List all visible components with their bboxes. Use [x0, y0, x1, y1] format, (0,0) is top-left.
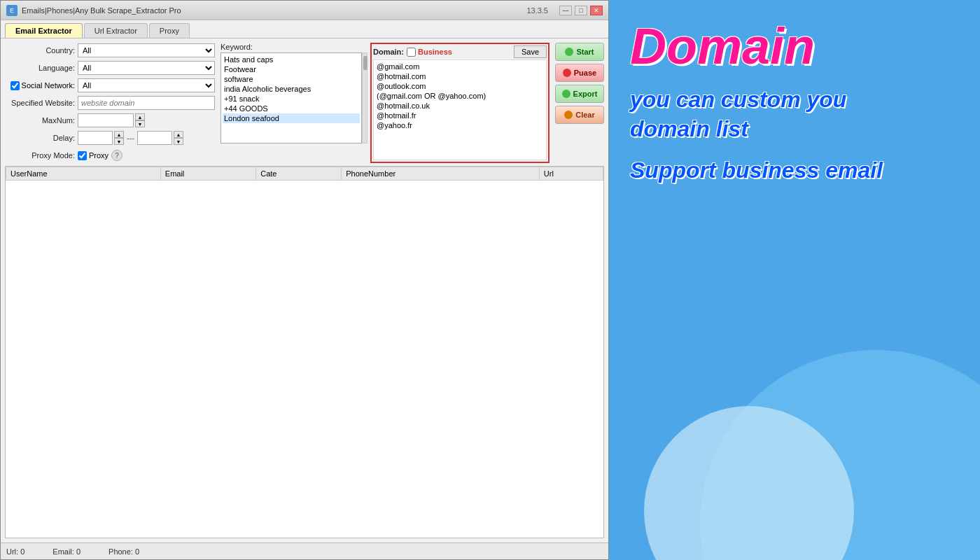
url-label: Url: [6, 547, 18, 556]
col-email: Email [160, 167, 255, 181]
left-form: Country: All Language: All Social Networ… [5, 43, 215, 163]
domain-list[interactable]: @gmail.com@hotmail.com@outlook.com(@gmai… [373, 59, 547, 160]
data-table-container[interactable]: UserName Email Cate PhoneNumber Url [5, 166, 604, 538]
export-icon [562, 90, 570, 98]
proxy-checkbox-label[interactable]: Proxy [78, 151, 108, 160]
social-network-select[interactable]: All [78, 78, 215, 92]
maximize-button[interactable]: □ [575, 6, 587, 15]
maxnum-spinner: 50000 ▲ ▼ [78, 113, 145, 127]
maxnum-input[interactable]: 50000 [78, 113, 134, 127]
right-section: Keyword: Hats and capsFootwearsoftwarein… [220, 43, 604, 163]
delay-to-input[interactable]: 20 [137, 131, 172, 145]
promo-support: Support business email [630, 158, 883, 183]
domain-header: Domain: Business Save [373, 46, 547, 58]
status-bar: Url: 0 Email: 0 Phone: 0 [1, 542, 608, 559]
delay-from-input[interactable]: 10 [78, 131, 113, 145]
domain-panel: Domain: Business Save @gmail.com@hotmail… [370, 43, 550, 163]
pause-icon [563, 69, 571, 77]
domain-item[interactable]: @gmail.com [375, 62, 545, 71]
domain-item[interactable]: @hotmail.com [375, 71, 545, 81]
tab-url-extractor[interactable]: Url Extractor [84, 23, 148, 38]
delay-label: Delay: [5, 134, 75, 142]
delay-from-down[interactable]: ▼ [114, 138, 124, 145]
title-bar-controls: 13.3.5 — □ ✕ [526, 6, 603, 15]
url-value: 0 [20, 547, 24, 556]
export-button[interactable]: Export [555, 85, 604, 103]
delay-to-up[interactable]: ▲ [174, 131, 183, 138]
proxy-checkbox[interactable] [78, 151, 87, 160]
title-bar: E Emails|Phones|Any Bulk Scrape_Extracto… [1, 1, 608, 20]
keyword-item[interactable]: London seafood [223, 113, 360, 123]
business-checkbox-label[interactable]: Business [407, 48, 511, 57]
delay-dash: --- [127, 134, 134, 142]
delay-from-buttons: ▲ ▼ [114, 131, 124, 145]
country-label: Country: [5, 46, 75, 55]
promo-title: Domain [630, 21, 815, 71]
domain-item[interactable]: (@gmail.com OR @yahoo.com) [375, 91, 545, 101]
window-title: Emails|Phones|Any Bulk Scrape_Extractor … [22, 6, 181, 15]
maxnum-down-button[interactable]: ▼ [135, 120, 145, 127]
phone-status: Phone: 0 [108, 547, 139, 556]
domain-item[interactable]: @outlook.com [375, 81, 545, 91]
version-label: 13.3.5 [526, 6, 548, 15]
phone-label: Phone: [108, 547, 133, 556]
app-window: E Emails|Phones|Any Bulk Scrape_Extracto… [0, 0, 609, 560]
specified-website-input[interactable] [78, 96, 215, 110]
country-row: Country: All [5, 43, 215, 58]
social-network-checkbox-label[interactable]: Social Network: [5, 81, 75, 90]
keyword-scrollbar[interactable] [362, 52, 368, 144]
keyword-label: Keyword: [220, 43, 368, 51]
start-button[interactable]: Start [555, 43, 604, 61]
delay-from-spinner: 10 ▲ ▼ [78, 131, 124, 145]
proxy-help-button[interactable]: ? [111, 150, 122, 161]
keyword-item[interactable]: Hats and caps [223, 55, 360, 64]
keyword-list-container: Hats and capsFootwearsoftwareindia Alcoh… [220, 52, 368, 144]
tab-email-extractor[interactable]: Email Extractor [5, 23, 83, 38]
keyword-item[interactable]: +44 GOODS [223, 104, 360, 113]
maxnum-spinner-buttons: ▲ ▼ [135, 113, 145, 127]
proxy-controls: Proxy ? [78, 150, 122, 161]
maxnum-up-button[interactable]: ▲ [135, 113, 145, 120]
tab-proxy[interactable]: Proxy [149, 23, 190, 38]
keyword-item[interactable]: +91 snack [223, 94, 360, 104]
specified-website-row: Specified Website: [5, 95, 215, 111]
start-icon [565, 48, 573, 56]
minimize-button[interactable]: — [559, 6, 572, 15]
clear-button[interactable]: Clear [555, 106, 604, 124]
main-content: Country: All Language: All Social Networ… [1, 38, 608, 542]
col-url: Url [539, 167, 603, 181]
keyword-item[interactable]: india Alcoholic beverages [223, 84, 360, 94]
app-icon: E [6, 5, 18, 16]
delay-to-spinner: 20 ▲ ▼ [137, 131, 183, 145]
maxnum-row: MaxNum: 50000 ▲ ▼ [5, 113, 215, 128]
pause-button[interactable]: Puase [555, 64, 604, 82]
promo-panel: Domain you can custom youdomain list Sup… [609, 0, 980, 560]
domain-item[interactable]: @hotmail.fr [375, 111, 545, 120]
social-network-checkbox[interactable] [10, 81, 20, 90]
social-network-row: Social Network: All [5, 78, 215, 93]
delay-to-down[interactable]: ▼ [174, 138, 183, 145]
keyword-scroll-thumb [363, 56, 368, 70]
email-value: 0 [76, 547, 80, 556]
col-username: UserName [6, 167, 161, 181]
domain-item[interactable]: @hotmail.co.uk [375, 101, 545, 111]
keyword-list[interactable]: Hats and capsFootwearsoftwareindia Alcoh… [220, 52, 362, 144]
domain-save-button[interactable]: Save [514, 46, 547, 58]
language-select[interactable]: All [78, 61, 215, 75]
business-checkbox[interactable] [407, 48, 416, 57]
domain-item[interactable]: @yahoo.fr [375, 120, 545, 130]
delay-from-up[interactable]: ▲ [114, 131, 124, 138]
close-button[interactable]: ✕ [590, 6, 603, 15]
country-select[interactable]: All [78, 43, 215, 57]
email-status: Email: 0 [52, 547, 80, 556]
form-section: Country: All Language: All Social Networ… [5, 43, 604, 163]
keyword-item[interactable]: software [223, 74, 360, 84]
pause-label: Puase [574, 69, 596, 77]
col-phonenumber: PhoneNumber [342, 167, 540, 181]
table-header-row: UserName Email Cate PhoneNumber Url [6, 167, 603, 181]
keyword-item[interactable]: Footwear [223, 64, 360, 74]
proxy-mode-row: Proxy Mode: Proxy ? [5, 148, 215, 163]
tab-bar: Email Extractor Url Extractor Proxy [1, 20, 608, 38]
clear-label: Clear [575, 111, 595, 119]
delay-row: Delay: 10 ▲ ▼ --- 20 [5, 130, 215, 146]
